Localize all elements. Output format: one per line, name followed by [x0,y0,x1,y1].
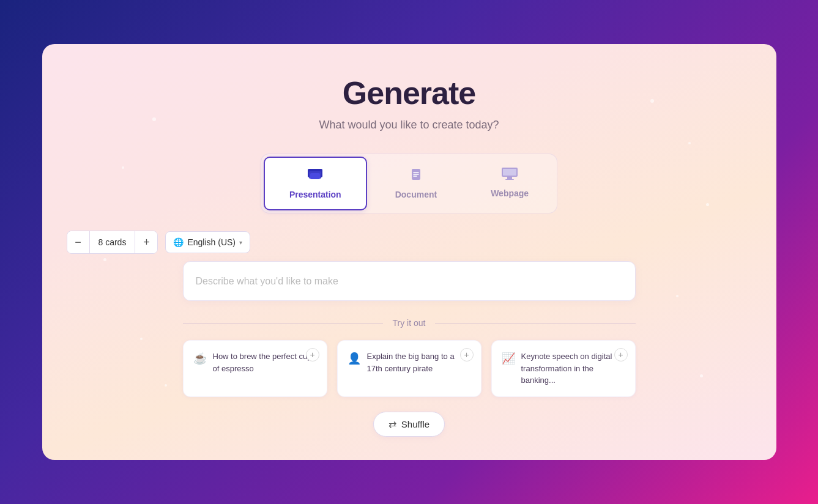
decorative-dot [706,203,709,206]
pirate-icon: 👤 [348,352,361,365]
decorative-dot [676,295,679,297]
espresso-add-button[interactable]: + [306,348,319,361]
tab-document[interactable]: Document [370,157,463,210]
webpage-icon [502,168,518,183]
type-tabs: Presentation Document [261,154,557,213]
decorative-dot [165,384,167,387]
divider-line-right [435,323,635,324]
example-card-espresso-text: How to brew the perfect cup of espresso [213,350,317,374]
presentation-icon [307,168,324,185]
svg-rect-10 [505,179,514,180]
document-icon [411,168,422,185]
svg-rect-9 [507,177,512,179]
decorative-dot [152,117,156,121]
language-label: English (US) [187,237,236,247]
language-selector[interactable]: 🌐 English (US) ▾ [165,231,250,253]
shuffle-button[interactable]: ⇄ Shuffle [373,412,445,437]
pirate-add-button[interactable]: + [460,348,474,361]
decorative-dot [650,99,654,103]
try-it-divider: Try it out [183,318,636,328]
tab-document-label: Document [395,190,437,199]
svg-rect-2 [310,173,320,179]
decrement-button[interactable]: − [67,231,89,253]
describe-input[interactable]: Describe what you'd like to make [183,261,636,301]
shuffle-label: Shuffle [401,419,429,429]
keynote-icon: 📈 [502,352,515,365]
decorative-dot [688,142,691,144]
card-count-stepper: − 8 cards + [67,231,158,254]
example-card-pirate[interactable]: 👤 Explain the big bang to a 17th century… [337,340,482,397]
divider-line-left [183,323,383,324]
tab-presentation-label: Presentation [289,190,341,199]
example-card-espresso[interactable]: ☕ How to brew the perfect cup of espress… [183,340,327,397]
shuffle-icon: ⇄ [389,418,396,430]
controls-row: − 8 cards + 🌐 English (US) ▾ [67,231,519,254]
example-card-keynote-text: Keynote speech on digital transformation… [521,350,625,387]
decorative-dot [700,374,703,377]
page-subtitle: What would you like to create today? [319,119,499,132]
decorative-dot [122,166,124,169]
espresso-icon: ☕ [193,352,207,365]
card-count-value: 8 cards [89,231,136,253]
describe-placeholder: Describe what you'd like to make [196,276,338,287]
page-title: Generate [343,75,475,111]
tab-presentation[interactable]: Presentation [264,157,367,210]
svg-rect-8 [503,169,516,176]
main-card: Generate What would you like to create t… [42,44,776,460]
chevron-down-icon: ▾ [239,239,242,246]
tab-webpage-label: Webpage [491,188,529,198]
keynote-add-button[interactable]: + [614,348,628,361]
increment-button[interactable]: + [135,231,157,253]
divider-label: Try it out [393,318,426,328]
language-flag: 🌐 [173,237,184,247]
tab-webpage[interactable]: Webpage [465,157,554,210]
example-card-keynote[interactable]: 📈 Keynote speech on digital transformati… [491,340,636,397]
example-card-pirate-text: Explain the big bang to a 17th century p… [367,350,471,374]
decorative-dot [103,258,106,261]
decorative-dot [140,338,143,340]
example-cards: ☕ How to brew the perfect cup of espress… [183,340,636,397]
